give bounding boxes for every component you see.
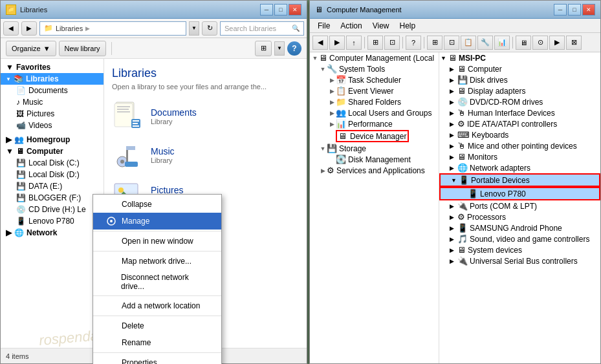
sidebar-item-documents[interactable]: 📄 Documents <box>1 85 104 96</box>
mgmt-back-btn[interactable]: ◀ <box>312 36 328 50</box>
sidebar-item-cd-drive[interactable]: 💿 CD Drive (H:) Le <box>1 204 104 215</box>
sidebar-item-videos[interactable]: 📹 Videos <box>1 120 104 131</box>
right-item-ports[interactable]: ▶ 🔌 Ports (COM & LPT) <box>439 200 600 211</box>
right-item-samsung[interactable]: ▶ 📱 SAMSUNG Android Phone <box>439 222 600 233</box>
right-item-display[interactable]: ▶ 🖥 Display adapters <box>439 85 600 96</box>
right-item-network-adapters[interactable]: ▶ 🌐 Network adapters <box>439 162 600 173</box>
sidebar-item-c-drive[interactable]: 💾 Local Disk (C:) <box>1 157 104 169</box>
mgmt-perf-btn[interactable]: 📊 <box>494 36 510 50</box>
mgmt-maximize-button[interactable]: □ <box>568 4 581 16</box>
right-item-ide[interactable]: ▶ ⚙ IDE ATA/ATAPI controllers <box>439 118 600 129</box>
sidebar-item-pictures[interactable]: 🖼 Pictures <box>1 108 104 120</box>
mgmt-view2-btn[interactable]: ⊡ <box>444 36 459 50</box>
tree-performance[interactable]: ▶ 📊 Performance <box>310 118 439 129</box>
ctx-open-new-window[interactable]: Open in new window <box>93 233 221 250</box>
menu-action[interactable]: Action <box>335 20 367 32</box>
help-button[interactable]: ? <box>287 41 301 56</box>
ctx-collapse[interactable]: Collapse <box>93 196 221 213</box>
computer-expand-icon: ▼ <box>6 147 14 156</box>
mgmt-forward-btn[interactable]: ▶ <box>329 36 345 50</box>
sidebar-item-lenovo[interactable]: 📱 Lenovo P780 <box>1 215 104 227</box>
sidebar-homegroup-header[interactable]: ▶ 👥 Homegroup <box>1 134 104 145</box>
right-root[interactable]: ▼ 🖥 MSI-PC <box>439 52 600 63</box>
view-button[interactable]: ⊞ <box>255 41 272 56</box>
tree-shared-folders[interactable]: ▶ 📁 Shared Folders <box>310 96 439 107</box>
menu-file[interactable]: File <box>312 20 335 32</box>
tree-device-manager[interactable]: 🖥 Device Manager <box>310 129 439 143</box>
mgmt-show-btn[interactable]: ⊞ <box>367 36 383 50</box>
mgmt-extra2-btn[interactable]: ⊙ <box>532 36 548 50</box>
address-field[interactable]: 📁 Libraries ▶ <box>39 21 186 36</box>
back-button[interactable]: ◀ <box>3 21 19 36</box>
refresh-button[interactable]: ↻ <box>202 21 217 36</box>
mgmt-minimize-button[interactable]: ─ <box>554 4 567 16</box>
explorer-window-icon: 📁 <box>6 5 16 15</box>
sidebar-favorites-header[interactable]: ▼ Favorites <box>1 61 104 73</box>
close-button[interactable]: ✕ <box>289 4 301 16</box>
tree-system-tools[interactable]: ▼ 🔧 System Tools <box>310 63 439 74</box>
ctx-delete[interactable]: Delete <box>93 317 221 334</box>
search-box[interactable]: Search Libraries 🔍 <box>220 21 304 36</box>
ctx-map-network[interactable]: Map network drive... <box>93 253 221 270</box>
sidebar-item-e-drive[interactable]: 💾 DATA (E:) <box>1 180 104 192</box>
maximize-button[interactable]: □ <box>274 4 287 16</box>
address-dropdown-arrow[interactable]: ▼ <box>189 21 199 36</box>
view-dropdown-arrow[interactable]: ▼ <box>274 41 285 56</box>
lib-documents-name: Documents <box>151 107 197 118</box>
new-library-button[interactable]: New library <box>59 41 106 56</box>
mgmt-view1-btn[interactable]: ⊞ <box>427 36 443 50</box>
mgmt-extra3-btn[interactable]: ▶ <box>549 36 565 50</box>
right-item-hid[interactable]: ▶ 🖱 Human Interface Devices <box>439 107 600 118</box>
homegroup-label: Homegroup <box>27 135 70 144</box>
ctx-disconnect-network[interactable]: Disconnect network drive... <box>93 270 221 294</box>
mgmt-hide-btn[interactable]: ⊡ <box>384 36 400 50</box>
menu-view[interactable]: View <box>367 20 395 32</box>
right-item-processors[interactable]: ▶ ⚙ Processors <box>439 211 600 222</box>
tree-root[interactable]: ▼ 🖥 Computer Management (Local <box>310 52 439 63</box>
library-item-documents[interactable]: Documents Library <box>112 101 299 132</box>
right-item-portable-devices[interactable]: ▼ 📱 Portable Devices <box>439 173 600 187</box>
tree-storage[interactable]: ▼ 💾 Storage <box>310 143 439 154</box>
ctx-manage[interactable]: Manage <box>93 213 221 230</box>
system-tools-expand-icon: ▼ <box>319 65 327 73</box>
sidebar-item-d-drive[interactable]: 💾 Local Disk (D:) <box>1 169 104 180</box>
sidebar-item-music[interactable]: ♪ Music <box>1 96 104 108</box>
right-item-monitors[interactable]: ▶ 🖥 Monitors <box>439 151 600 162</box>
right-item-sound[interactable]: ▶ 🎵 Sound, video and game controllers <box>439 233 600 244</box>
right-item-usb[interactable]: ▶ 🔌 Universal Serial Bus controllers <box>439 255 600 266</box>
tree-services[interactable]: ▶ ⚙ Services and Applications <box>310 165 439 176</box>
tree-disk-management[interactable]: 💽 Disk Management <box>310 154 439 165</box>
sidebar-libraries-header[interactable]: ▼ 📚 Libraries <box>1 73 104 85</box>
library-item-music[interactable]: Music Library <box>112 140 299 171</box>
right-item-keyboards[interactable]: ▶ ⌨ Keyboards <box>439 129 600 140</box>
tree-event-viewer[interactable]: ▶ 📋 Event Viewer <box>310 85 439 96</box>
sidebar-computer-header[interactable]: ▼ 🖥 Computer <box>1 145 104 157</box>
tree-local-users[interactable]: ▶ 👥 Local Users and Groups <box>310 107 439 118</box>
ctx-add-network[interactable]: Add a network location <box>93 297 221 314</box>
forward-button[interactable]: ▶ <box>21 21 37 36</box>
tree-task-scheduler[interactable]: ▶ 📅 Task Scheduler <box>310 74 439 85</box>
mgmt-up-btn[interactable]: ↑ <box>346 36 362 50</box>
sidebar-item-f-drive[interactable]: 💾 BLOGGER (F:) <box>1 192 104 204</box>
menu-help[interactable]: Help <box>395 20 421 32</box>
ctx-rename[interactable]: Rename <box>93 334 221 351</box>
mgmt-list-btn[interactable]: 📋 <box>461 36 476 50</box>
mgmt-help-btn[interactable]: ? <box>406 36 421 50</box>
right-item-mice[interactable]: ▶ 🖱 Mice and other pointing devices <box>439 140 600 151</box>
minimize-button[interactable]: ─ <box>260 4 273 16</box>
mgmt-prop-btn[interactable]: 🔧 <box>477 36 493 50</box>
right-item-computer[interactable]: ▶ 🖥 Computer <box>439 63 600 74</box>
mgmt-extra4-btn[interactable]: ⊠ <box>566 36 582 50</box>
right-item-lenovo-p780[interactable]: 📱 Lenovo P780 <box>439 187 600 200</box>
mgmt-extra1-btn[interactable]: 🖥 <box>516 36 531 50</box>
ctx-properties[interactable]: Properties <box>93 354 221 364</box>
right-item-disk-drives[interactable]: ▶ 💾 Disk drives <box>439 74 600 85</box>
sidebar-network-header[interactable]: ▶ 🌐 Network <box>1 227 104 239</box>
organize-button[interactable]: Organize ▼ <box>6 41 56 56</box>
right-item-dvd[interactable]: ▶ 💿 DVD/CD-ROM drives <box>439 96 600 107</box>
right-item-system-devices[interactable]: ▶ 🖥 System devices <box>439 244 600 255</box>
samsung-icon: 📱 <box>457 223 468 233</box>
computer-icon: 🖥 <box>16 147 24 156</box>
mgmt-close-button[interactable]: ✕ <box>582 4 595 16</box>
ctx-delete-label: Delete <box>122 321 144 330</box>
